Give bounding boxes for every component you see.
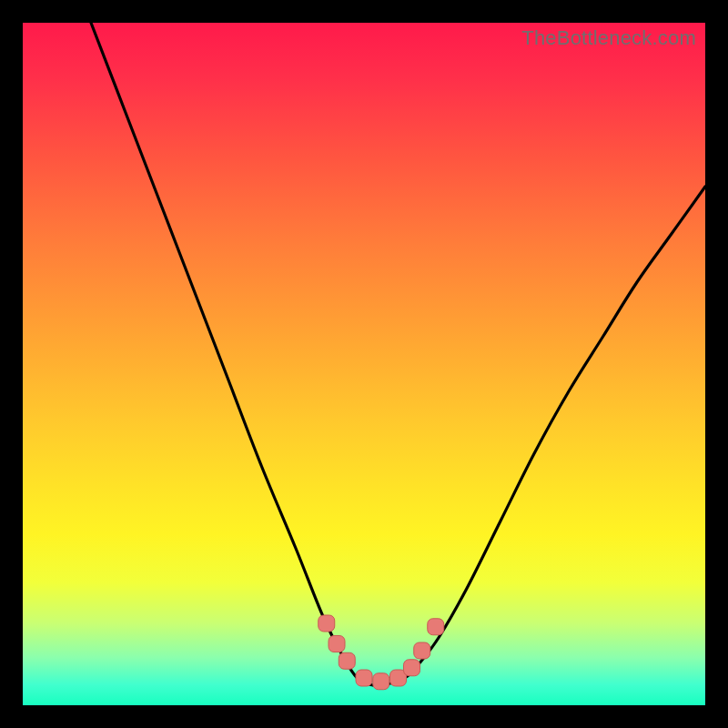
- marker-point: [356, 670, 372, 686]
- highlighted-points: [318, 615, 444, 690]
- plot-area: TheBottleneck.com: [23, 23, 705, 705]
- chart-frame: TheBottleneck.com: [0, 0, 728, 728]
- bottleneck-curve: [91, 23, 705, 686]
- chart-svg: [23, 23, 705, 705]
- marker-point: [373, 673, 389, 690]
- marker-point: [428, 619, 444, 635]
- marker-point: [404, 660, 420, 676]
- marker-point: [414, 642, 430, 659]
- marker-point: [329, 636, 345, 652]
- marker-point: [339, 652, 355, 669]
- marker-point: [318, 615, 335, 632]
